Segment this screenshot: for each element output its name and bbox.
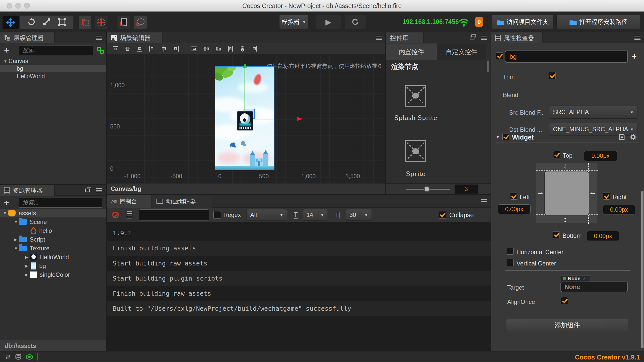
library-scrollbar[interactable]: [487, 61, 489, 72]
hierarchy-search-input[interactable]: 搜索...: [19, 45, 93, 55]
hierarchy-node-helloworld[interactable]: HelloWorld: [0, 72, 106, 80]
assets-popup-icon[interactable]: [85, 189, 90, 192]
tilemap-tool-button[interactable]: [79, 16, 91, 29]
scene-tab[interactable]: 场景编辑器: [107, 32, 163, 43]
line-height-dropdown[interactable]: 30▼: [346, 209, 372, 221]
collapsed-caret-icon[interactable]: ▶: [25, 273, 30, 277]
hierarchy-node-canvas[interactable]: ▼ Canvas: [0, 57, 106, 65]
widget-settings-icon[interactable]: [630, 133, 637, 141]
simulator-dropdown[interactable]: 模拟器 ▼: [279, 15, 308, 29]
target-value-field[interactable]: None: [560, 282, 628, 292]
grid-tool-button[interactable]: [95, 16, 107, 29]
widget-left-value[interactable]: 0.00px: [498, 204, 531, 214]
zoom-slider-knob[interactable]: [424, 186, 430, 192]
asset-row-bg[interactable]: ▶ bg: [0, 261, 106, 270]
distribute-vcenter-button[interactable]: [203, 46, 210, 52]
collapsed-caret-icon[interactable]: ▶: [14, 237, 19, 242]
distribute-hcenter-button[interactable]: [239, 46, 246, 52]
log-row[interactable]: 1.9.1: [107, 225, 491, 241]
log-row[interactable]: Built to "/Users/cxlg/NewProject/build/w…: [107, 301, 491, 316]
rotate-tool-button[interactable]: [27, 18, 35, 27]
log-row[interactable]: Start building raw assets: [107, 256, 491, 271]
align-bottom-button[interactable]: [136, 46, 143, 52]
open-log-file-button[interactable]: [127, 211, 132, 218]
distribute-left-button[interactable]: [227, 46, 234, 52]
scene-canvas[interactable]: 使用鼠标右键平移视窗焦点，使用滚轮缩放视图 1,000 500 0 -1,500…: [107, 55, 385, 183]
log-row[interactable]: Start building plugin scripts: [107, 271, 491, 286]
hierarchy-menu-icon[interactable]: [96, 36, 102, 40]
gizmo-y-axis[interactable]: [245, 68, 245, 112]
distribute-right-button[interactable]: [251, 46, 258, 52]
builtin-controls-tab[interactable]: 内置控件: [386, 43, 437, 60]
node-name-input[interactable]: bg: [505, 51, 628, 63]
widget-help-icon[interactable]: [619, 134, 625, 140]
align-top-button[interactable]: [112, 46, 119, 52]
asset-row-scene[interactable]: ▼ Scene: [0, 217, 106, 226]
align-hcenter-button[interactable]: [160, 46, 167, 52]
eye-icon[interactable]: [26, 354, 33, 360]
widget-top-checkbox[interactable]: [553, 151, 560, 158]
add-node-button[interactable]: +: [4, 47, 9, 54]
widget-top-value[interactable]: 0.00px: [584, 151, 617, 161]
log-level-dropdown[interactable]: All▼: [246, 209, 287, 221]
asset-row-helloworld[interactable]: ▶ HelloWorld: [0, 253, 106, 261]
align-once-checkbox[interactable]: [561, 297, 568, 304]
splash-sprite-icon[interactable]: [405, 85, 426, 107]
collapsed-caret-icon[interactable]: ▶: [25, 255, 30, 259]
link-scene-icon[interactable]: [97, 47, 104, 54]
collapsed-caret-icon[interactable]: ▶: [25, 264, 30, 268]
add-asset-button[interactable]: +: [4, 199, 9, 206]
asset-row-texture[interactable]: ▼ Texture: [0, 244, 106, 253]
widget-left-checkbox[interactable]: [510, 193, 517, 200]
add-property-button[interactable]: +: [632, 53, 637, 60]
database-icon[interactable]: [15, 353, 22, 360]
trim-checkbox[interactable]: [549, 72, 556, 79]
sync-icon[interactable]: [5, 354, 11, 360]
gizmo-x-axis[interactable]: [253, 119, 297, 119]
align-vcenter-button[interactable]: [124, 46, 131, 52]
open-install-path-button[interactable]: 打开程序安装路径: [556, 15, 640, 29]
align-right-button[interactable]: [173, 46, 179, 52]
collapse-checkbox[interactable]: [439, 211, 446, 219]
refresh-button[interactable]: [344, 15, 366, 29]
console-menu-icon[interactable]: [481, 199, 487, 203]
console-search-input[interactable]: [139, 209, 209, 220]
move-tool-button[interactable]: [3, 16, 19, 29]
widget-right-checkbox[interactable]: [603, 193, 610, 200]
assets-tab[interactable]: 资源管理器: [0, 185, 55, 196]
clear-console-button[interactable]: [112, 212, 119, 218]
widget-bottom-checkbox[interactable]: [553, 231, 560, 238]
rect-tool-button[interactable]: [58, 18, 66, 27]
asset-row-assets[interactable]: ▼ assets: [0, 209, 106, 217]
regex-checkbox[interactable]: [213, 211, 221, 219]
zoom-value-field[interactable]: 3: [455, 185, 478, 194]
custom-controls-tab[interactable]: 自定义控件: [437, 43, 486, 60]
font-size-dropdown[interactable]: 14▼: [303, 209, 328, 221]
vcenter-checkbox[interactable]: [507, 259, 514, 266]
inspector-tab[interactable]: 属性检查器: [491, 32, 543, 43]
inspector-menu-icon[interactable]: [634, 36, 640, 40]
inspector-scrollbar[interactable]: [641, 191, 643, 348]
distribute-bottom-button[interactable]: [215, 46, 222, 52]
landscape-canvas-button[interactable]: [134, 16, 147, 29]
align-left-button[interactable]: [148, 46, 155, 52]
widget-bottom-value[interactable]: 0.00px: [587, 231, 619, 241]
expand-caret-icon[interactable]: ▼: [4, 59, 9, 63]
assets-menu-icon[interactable]: [96, 188, 102, 192]
hierarchy-tab[interactable]: 层级管理器: [0, 32, 55, 43]
scale-tool-button[interactable]: [43, 18, 51, 27]
widget-right-value[interactable]: 0.00px: [603, 205, 635, 214]
error-count-badge[interactable]: 0: [475, 17, 483, 27]
asset-row-singlecolor[interactable]: ▶ singleColor: [0, 270, 106, 279]
node-active-checkbox[interactable]: [496, 52, 503, 59]
hcenter-checkbox[interactable]: [507, 248, 514, 255]
animation-editor-tab[interactable]: 动画编辑器: [152, 195, 212, 208]
hierarchy-node-bg[interactable]: bg: [0, 65, 106, 72]
log-row[interactable]: Finish building raw assets: [107, 286, 491, 301]
library-tab[interactable]: 控件库: [386, 32, 424, 43]
assets-search-input[interactable]: 搜索...: [19, 198, 102, 208]
widget-enabled-checkbox[interactable]: [502, 133, 509, 140]
helloworld-sprite[interactable]: [237, 111, 253, 130]
library-menu-icon[interactable]: [481, 36, 487, 40]
play-button[interactable]: ▶: [316, 15, 341, 29]
